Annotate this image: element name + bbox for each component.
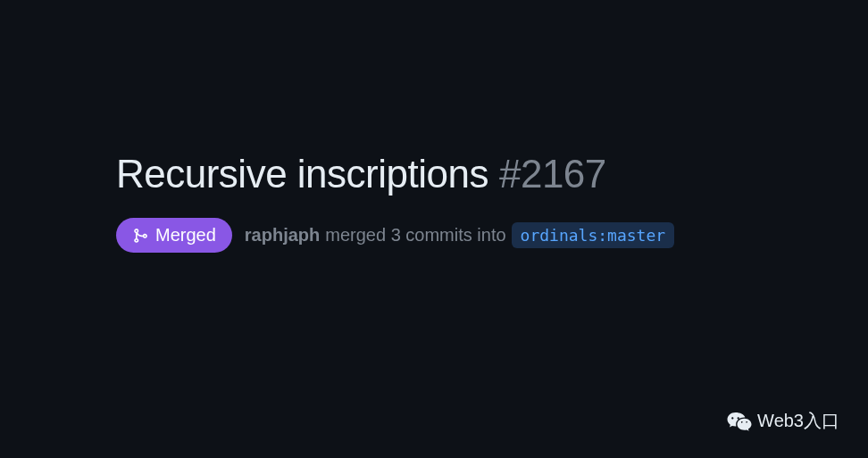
merged-badge: Merged: [116, 218, 232, 253]
base-branch-pill[interactable]: ordinals:master: [512, 222, 675, 248]
meta-row: Merged raphjaph merged 3 commits into or…: [116, 218, 868, 253]
author-link[interactable]: raphjaph: [245, 225, 320, 246]
pr-title: Recursive inscriptions: [116, 152, 488, 196]
watermark: Web3入口: [727, 409, 839, 433]
merge-action-text: merged 3 commits into: [325, 225, 505, 246]
watermark-text: Web3入口: [757, 409, 839, 433]
git-merge-icon: [132, 228, 148, 244]
merge-description: raphjaph merged 3 commits into ordinals:…: [245, 222, 674, 248]
pr-number: #2167: [499, 152, 606, 196]
status-label: Merged: [155, 225, 216, 246]
wechat-icon: [727, 411, 752, 432]
title-row: Recursive inscriptions #2167: [116, 152, 868, 196]
pr-header: Recursive inscriptions #2167 Merged raph…: [0, 0, 868, 253]
